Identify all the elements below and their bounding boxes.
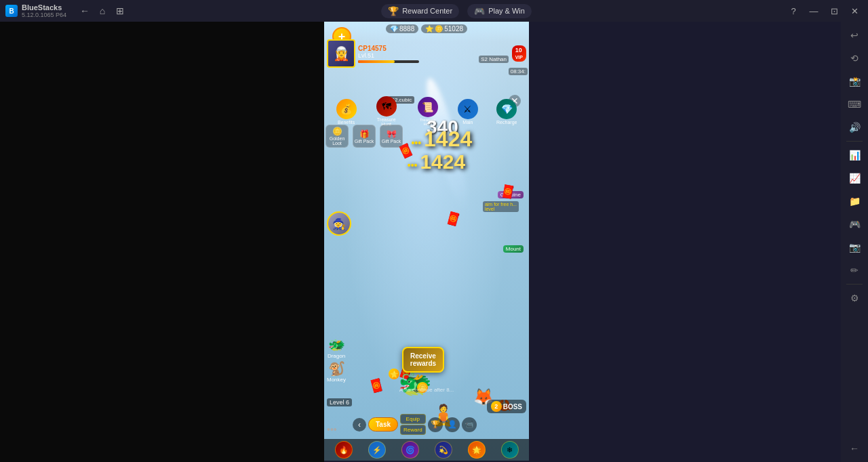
gold-icon: 🪙 <box>435 25 443 33</box>
server-info: S2 Nathan <box>479 56 509 63</box>
xp-bar <box>358 60 419 63</box>
gems-value: 8888 <box>399 25 414 33</box>
sidebar-gamepad-tool[interactable]: 🎮 <box>844 213 865 235</box>
maximize-button[interactable]: ⊡ <box>825 3 844 18</box>
menu-scroll[interactable]: 📜 Treasure Hunt <box>416 97 439 126</box>
skill-5[interactable]: 🌟 <box>468 441 486 459</box>
gift-pack-1-label: Gift Pack <box>355 139 374 144</box>
sidebar-macro-tool[interactable]: ✏ <box>844 259 865 281</box>
coins-value: 51028 <box>444 25 463 33</box>
reward-center-button[interactable]: 🏆 Reward Center <box>381 4 459 18</box>
receive-rewards-label: Receive rewards <box>410 352 436 367</box>
sidebar-screenshot-tool[interactable]: 📸 <box>844 70 865 92</box>
play-win-icon: 🎮 <box>474 6 485 16</box>
menu-benefits[interactable]: 💰 Benefits <box>336 99 357 125</box>
damage-number-1: ••• 1424 <box>411 127 472 152</box>
player-avatar[interactable]: 🧝 <box>327 39 355 68</box>
dots-button[interactable]: ••• <box>327 424 337 435</box>
help-button[interactable]: ? <box>784 3 803 18</box>
damage-value-2: 1424 <box>420 150 465 173</box>
bottom-dots: ••• <box>327 424 337 435</box>
pet-icons: 🐲 Dragon 🐒 Monkey <box>327 337 346 383</box>
menu-recharge[interactable]: 💎 Recharge <box>496 99 517 125</box>
red-envelope-1[interactable]: 🧧 <box>444 210 462 228</box>
boss-icon: 2 <box>491 401 502 412</box>
sidebar-divider-1 <box>846 141 863 142</box>
boss-label: BOSS <box>503 403 522 411</box>
equip-button[interactable]: Equip <box>400 414 426 424</box>
vip-number: 10 <box>515 47 522 54</box>
gift-pack-1[interactable]: 🎁 Gift Pack <box>353 125 376 148</box>
server-name: S2 Nathan <box>481 56 507 62</box>
golden-loot-icon[interactable]: 🪙 Golden Loot <box>326 125 349 148</box>
left-arrow-button[interactable]: ‹ <box>353 418 366 432</box>
item-drop-1[interactable]: ⭐ <box>389 369 399 379</box>
second-menu-row: 🎁 Gift Pack 🎀 Gift Pack <box>353 125 403 148</box>
dragon-icon: 🐲 <box>328 337 345 353</box>
skill-4[interactable]: 💫 <box>435 441 452 459</box>
recharge-label: Recharge <box>496 120 517 125</box>
aim-free-text: aim for free h...level <box>483 201 519 212</box>
sidebar-camera-tool[interactable]: 📷 <box>844 236 865 258</box>
monkey-label: Monkey <box>327 377 346 383</box>
person-button[interactable]: 👤 <box>445 417 460 432</box>
sidebar-files-tool[interactable]: 📁 <box>844 190 865 212</box>
play-win-label: Play & Win <box>488 7 525 15</box>
game-viewport[interactable]: + 💎 8888 ⭐ 🪙 51028 🧝 CP14575 Lvl.51 <box>324 22 529 461</box>
tabs-button[interactable]: ⊞ <box>113 3 127 18</box>
sidebar-flip-tool[interactable]: ⟲ <box>844 47 865 69</box>
bottom-status-bar: ‹ Task Equip Reward 🏆 👤 📹 <box>353 414 492 435</box>
sidebar-settings-tool[interactable]: ⚙ <box>844 287 865 309</box>
home-button[interactable]: ⌂ <box>95 3 110 18</box>
sidebar-volume-tool[interactable]: 🔊 <box>844 117 865 138</box>
left-area <box>0 22 324 462</box>
gift-pack-2[interactable]: 🎀 Gift Pack <box>380 125 403 148</box>
boss-button[interactable]: 2 BOSS <box>487 400 526 413</box>
close-button[interactable]: ✕ <box>845 3 864 18</box>
rank-button[interactable]: 🏆 <box>428 417 443 432</box>
window-controls: ? — ⊡ ✕ <box>780 3 868 18</box>
app-version: 5.12.0.1065 P64 <box>22 12 66 18</box>
minimize-button[interactable]: — <box>804 3 823 18</box>
red-envelope-3[interactable]: 🧧 <box>499 183 516 200</box>
damage-dots-2: ••• <box>408 160 420 171</box>
sidebar-rotate-tool[interactable]: ↩ <box>844 24 865 46</box>
sidebar-back-tool[interactable]: ← <box>844 438 865 459</box>
damage-number-2: ••• 1424 <box>408 150 465 173</box>
video-button[interactable]: 📹 <box>462 417 477 432</box>
coins-display: ⭐ 🪙 51028 <box>421 24 467 33</box>
task-button[interactable]: Task <box>368 417 398 432</box>
play-win-button[interactable]: 🎮 Play & Win <box>467 4 532 18</box>
skills-bar: 🔥 ⚡ 🌀 💫 🌟 ❄ <box>324 439 529 461</box>
menu-main[interactable]: ⚔ Main <box>458 99 478 125</box>
skill-1[interactable]: 🔥 <box>335 441 353 459</box>
sidebar-performance-tool[interactable]: 📊 <box>844 144 865 166</box>
sidebar-resource-tool[interactable]: 📈 <box>844 167 865 189</box>
receive-rewards-popup[interactable]: Receive rewards <box>402 347 444 373</box>
equip-reward-group: Equip Reward <box>400 414 426 435</box>
monkey-icon-group[interactable]: 🐒 Monkey <box>327 360 346 383</box>
main-label: Main <box>462 120 473 125</box>
skill-3[interactable]: 🌀 <box>401 441 419 459</box>
skill-2[interactable]: ⚡ <box>368 441 386 459</box>
scroll-label: Treasure Hunt <box>416 118 439 126</box>
back-button[interactable]: ← <box>77 3 92 18</box>
reward-button[interactable]: Reward <box>400 425 426 435</box>
xp-fill <box>358 60 395 63</box>
app-name: BlueStacks <box>22 3 66 12</box>
benefits-icon: 💰 <box>336 99 357 119</box>
golden-loot-label: Golden Loot <box>326 136 348 146</box>
skill-6[interactable]: ❄ <box>501 441 519 459</box>
time-display: 08:34: <box>509 68 528 75</box>
menu-treasure-hunt[interactable]: 🗺 Treasure Hunt <box>375 96 398 127</box>
benefits-label: Benefits <box>338 120 355 125</box>
scroll-icon: 📜 <box>418 97 438 117</box>
vip-badge: 10 VIP <box>512 45 526 62</box>
sidebar-keyboard-tool[interactable]: ⌨ <box>844 93 865 115</box>
dragon-icon-group[interactable]: 🐲 Dragon <box>327 337 346 359</box>
gift-pack-2-label: Gift Pack <box>382 139 401 144</box>
auto-continue-text: Auto continue after 8... <box>330 387 524 393</box>
recharge-icon: 💎 <box>496 99 517 119</box>
treasure-hunt-icon: 🗺 <box>376 96 397 117</box>
dragon-label: Dragon <box>328 353 345 359</box>
